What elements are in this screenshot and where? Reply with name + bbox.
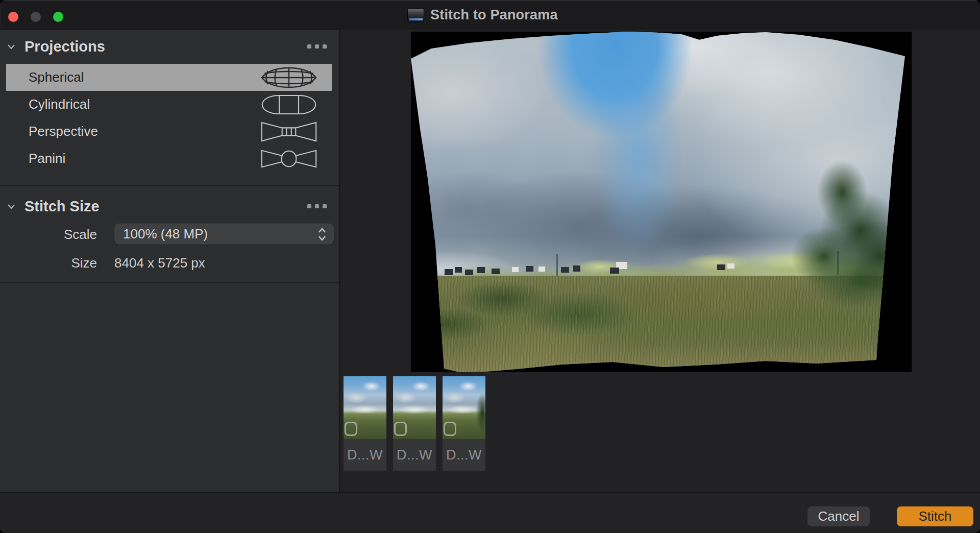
projection-label: Cylindrical [29, 96, 90, 112]
filmstrip: D...W D...W D...W [341, 373, 980, 492]
perspective-projection-icon [260, 120, 318, 143]
source-thumbnail-2[interactable]: D...W [393, 376, 436, 471]
stepper-chevrons-icon [316, 226, 328, 245]
chevron-down-icon[interactable] [6, 201, 17, 212]
projection-option-cylindrical[interactable]: Cylindrical [6, 91, 332, 118]
edit-badge-icon [345, 422, 357, 436]
projections-menu-button[interactable] [307, 44, 327, 49]
stitch-size-section-title: Stitch Size [24, 198, 100, 215]
projection-list: Spherical Cylindrical [0, 64, 339, 172]
projections-section-title: Projections [24, 38, 105, 55]
thumbnail-image [443, 376, 485, 439]
projection-label: Panini [29, 151, 65, 166]
pano-trees-layer [411, 32, 912, 372]
close-window-button[interactable] [8, 12, 18, 22]
source-thumbnail-1[interactable]: D...W [344, 376, 386, 471]
scale-select[interactable]: 100% (48 MP) [114, 224, 334, 245]
spherical-projection-icon [260, 66, 318, 89]
panorama-canvas [411, 32, 912, 372]
panorama-document-icon [408, 9, 424, 22]
window-title: Stitch to Panorama [430, 7, 558, 23]
title-wrap: Stitch to Panorama [408, 0, 558, 30]
sidebar: Projections Spherical Cylindrical [0, 30, 340, 492]
edit-badge-icon [444, 422, 456, 436]
thumbnail-image [393, 376, 436, 439]
projection-option-spherical[interactable]: Spherical [6, 64, 332, 91]
edit-badge-icon [394, 422, 407, 436]
panini-projection-icon [260, 148, 318, 170]
stitch-button[interactable]: Stitch [897, 506, 973, 526]
stitch-size-menu-button[interactable] [307, 204, 327, 208]
zoom-window-button[interactable] [53, 12, 63, 22]
chevron-down-icon[interactable] [6, 41, 17, 52]
thumbnail-filename: D...W [443, 439, 485, 471]
thumbnail-image [344, 376, 386, 439]
size-value: 8404 x 5725 px [114, 255, 205, 271]
preview-area: D...W D...W D...W [341, 30, 980, 492]
cancel-button[interactable]: Cancel [807, 506, 870, 526]
projection-option-panini[interactable]: Panini [6, 145, 332, 172]
source-thumbnail-3[interactable]: D...W [443, 376, 485, 471]
section-divider [0, 282, 339, 283]
panorama-preview-image [411, 32, 912, 372]
projection-label: Perspective [29, 124, 98, 139]
scale-label: Scale [0, 227, 97, 243]
thumbnail-filename: D...W [344, 439, 386, 471]
minimize-window-button[interactable] [31, 12, 41, 22]
stitch-to-panorama-dialog: Stitch to Panorama Projections Spherical [0, 0, 980, 533]
titlebar: Stitch to Panorama [0, 0, 980, 30]
footer-bar: Cancel Stitch [0, 492, 980, 533]
projections-section-header: Projections [0, 37, 339, 56]
scale-value: 100% (48 MP) [123, 226, 208, 242]
size-label: Size [0, 255, 97, 271]
stitch-size-section-header: Stitch Size [0, 197, 339, 215]
section-divider [0, 185, 339, 186]
projection-option-perspective[interactable]: Perspective [6, 118, 332, 145]
thumbnail-filename: D...W [393, 439, 436, 471]
projection-label: Spherical [29, 69, 84, 85]
cylindrical-projection-icon [260, 93, 318, 116]
